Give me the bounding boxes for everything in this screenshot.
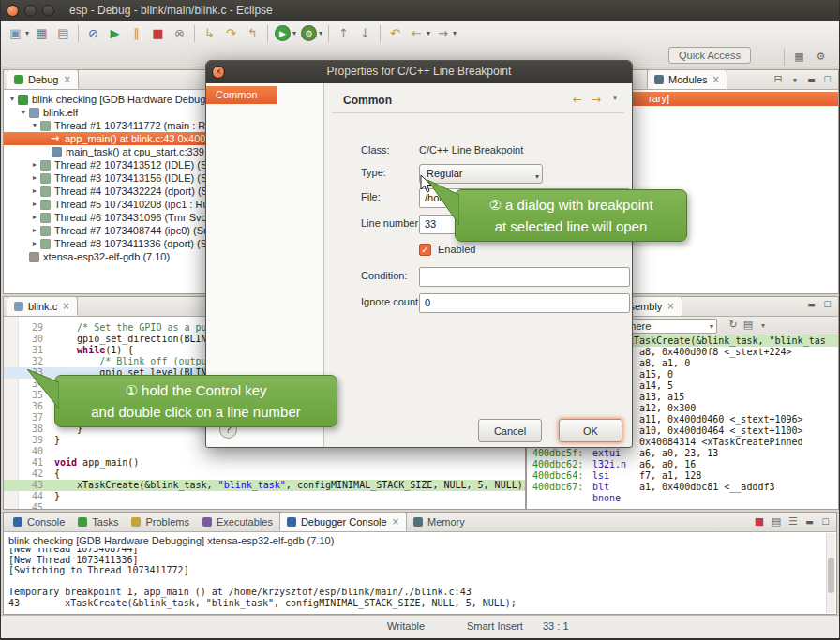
collapse-all-icon[interactable] <box>771 73 786 85</box>
line-number[interactable]: 31 <box>19 345 43 356</box>
debug-perspective-icon[interactable]: ⚙ <box>811 47 831 67</box>
next-annotation-icon[interactable]: ↓ <box>355 23 375 43</box>
chevron-down-icon[interactable] <box>535 168 539 186</box>
condition-input[interactable] <box>419 267 630 287</box>
line-number[interactable]: 37 <box>19 412 43 424</box>
console-output[interactable]: [New Thread 1073408744][New Thread 10734… <box>8 548 823 613</box>
maximize-view-icon[interactable] <box>820 75 834 84</box>
terminate-icon[interactable] <box>752 515 767 528</box>
code-text[interactable]: while(1) { <box>54 345 133 356</box>
disconnect-icon[interactable]: ⊗ <box>170 23 189 43</box>
debug-icon[interactable]: ⚙ <box>301 25 317 41</box>
window-close-icon[interactable] <box>7 5 19 17</box>
back-dropdown-icon[interactable] <box>427 29 430 37</box>
window-titlebar[interactable]: esp - Debug - blink/main/blink.c - Eclip… <box>1 0 839 21</box>
cancel-button[interactable]: Cancel <box>478 419 542 442</box>
tree-expander-icon[interactable]: ▾ <box>8 93 17 106</box>
chevron-down-icon[interactable] <box>710 322 713 331</box>
step-over-icon[interactable]: ↷ <box>221 23 241 43</box>
code-text[interactable]: xTaskCreate(&blink_task, "blink_task", c… <box>54 480 525 491</box>
step-return-icon[interactable]: ↰ <box>243 23 262 43</box>
forward-dropdown-icon[interactable] <box>453 29 457 37</box>
tab-debug[interactable]: Debug <box>7 69 79 89</box>
tab-memory[interactable]: Memory <box>407 512 472 531</box>
console-scrollbar[interactable] <box>826 533 835 613</box>
run-icon[interactable]: ▶ <box>275 25 291 41</box>
minimize-view-icon[interactable] <box>804 75 818 84</box>
disassembly-row[interactable]: 400dbc67:blta1, 0x400dbc81 <__adddf3 <box>527 482 838 493</box>
line-number[interactable]: 32 <box>19 356 43 367</box>
tree-expander-icon[interactable]: ▾ <box>19 106 28 119</box>
dialog-titlebar[interactable]: Properties for C/C++ Line Breakpoint <box>206 61 632 83</box>
disassembly-row[interactable]: bnone <box>527 493 838 504</box>
back-icon[interactable]: ← <box>407 23 427 43</box>
code-text[interactable]: gpio_set_direction(BLINK_G <box>54 334 224 345</box>
tree-expander-icon[interactable]: ▸ <box>30 171 39 185</box>
code-text[interactable]: /* Blink off (output l <box>54 356 224 367</box>
scrollbar-thumb[interactable] <box>828 558 834 593</box>
tree-expander-icon[interactable]: ▾ <box>30 119 39 132</box>
tab-console[interactable]: Console <box>7 512 71 531</box>
disassembly-row[interactable]: 400dbc5f:extuia6, a0, 23, 13 <box>527 448 838 459</box>
view-menu-icon[interactable] <box>788 73 802 85</box>
line-number[interactable]: 45 <box>19 502 43 509</box>
tree-expander-icon[interactable]: ▸ <box>30 185 39 198</box>
code-text[interactable]: { <box>54 469 60 480</box>
tree-expander-icon[interactable]: ▸ <box>30 224 39 237</box>
last-edit-icon[interactable]: ↶ <box>385 23 405 43</box>
new-wizard-icon[interactable]: ▣ <box>6 23 25 43</box>
maximize-view-icon[interactable] <box>820 300 834 309</box>
line-number[interactable]: 40 <box>19 446 43 457</box>
window-maximize-icon[interactable] <box>42 5 54 17</box>
open-perspective-icon[interactable]: ▦ <box>789 47 809 67</box>
disassembly-row[interactable]: 400dbc62:l32i.na6, a0, 16 <box>527 459 838 470</box>
sidebar-item-common[interactable]: Common <box>206 86 278 104</box>
step-into-icon[interactable]: ↳ <box>200 23 219 43</box>
minimize-view-icon[interactable] <box>802 517 817 527</box>
window-minimize-icon[interactable] <box>24 5 37 17</box>
suspend-icon[interactable]: ‖ <box>127 23 146 43</box>
tree-expander-icon[interactable]: ▸ <box>30 198 39 211</box>
forward-icon[interactable] <box>589 93 604 106</box>
line-number[interactable]: 41 <box>19 457 43 469</box>
disassembly-row[interactable]: 400dbc64:lsif7, a1, 128 <box>527 470 838 482</box>
tree-expander-icon[interactable]: ▸ <box>30 237 39 250</box>
forward-icon[interactable]: → <box>433 23 453 43</box>
skip-breakpoints-icon[interactable]: ⊘ <box>83 23 103 43</box>
previous-annotation-icon[interactable]: ↑ <box>334 23 353 43</box>
show-source-icon[interactable] <box>741 319 756 331</box>
line-number[interactable]: 29 <box>19 322 43 334</box>
scroll-lock-icon[interactable] <box>786 515 801 528</box>
clear-console-icon[interactable] <box>769 515 784 528</box>
view-menu-icon[interactable] <box>756 319 771 331</box>
terminate-icon[interactable]: ■ <box>148 23 168 43</box>
close-tab-icon[interactable] <box>63 75 70 84</box>
code-text[interactable]: } <box>54 435 60 446</box>
code-text[interactable]: /* Set the GPIO as a push/ <box>54 322 224 334</box>
line-number[interactable]: 30 <box>19 334 43 345</box>
line-number[interactable]: 38 <box>19 424 43 435</box>
tab-debugger-console[interactable]: Debugger Console <box>279 512 407 531</box>
print-icon[interactable]: ▤ <box>53 23 73 43</box>
ok-button[interactable]: OK <box>559 419 622 442</box>
back-icon[interactable] <box>570 93 585 106</box>
line-number[interactable]: 39 <box>19 435 43 446</box>
maximize-view-icon[interactable] <box>818 517 832 527</box>
refresh-icon[interactable] <box>726 319 741 331</box>
tree-expander-icon[interactable]: ▸ <box>30 211 39 224</box>
close-tab-icon[interactable] <box>667 302 674 311</box>
tab-modules[interactable]: Modules <box>647 69 728 89</box>
tab-blink-c[interactable]: blink.c <box>7 296 78 316</box>
tab-tasks[interactable]: Tasks <box>71 512 125 531</box>
code-text[interactable]: void app_main() <box>54 457 139 469</box>
new-wizard-dropdown-icon[interactable] <box>25 29 29 37</box>
minimize-view-icon[interactable] <box>804 300 818 309</box>
tab-executables[interactable]: Executables <box>196 512 279 531</box>
save-icon[interactable]: ▦ <box>32 23 52 43</box>
tab-problems[interactable]: Problems <box>125 512 195 531</box>
resume-icon[interactable]: ▶ <box>105 23 125 43</box>
close-tab-icon[interactable] <box>62 302 69 311</box>
code-text[interactable]: } <box>54 491 60 502</box>
close-tab-icon[interactable] <box>392 517 399 527</box>
quick-access-button[interactable]: Quick Access <box>668 47 751 64</box>
